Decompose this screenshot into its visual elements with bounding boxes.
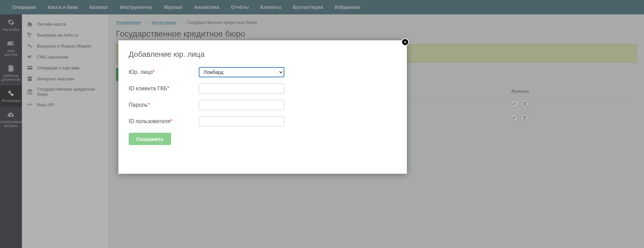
password-input[interactable] [199,100,284,110]
form-row-entity: Юр. лицо* Ломбард [129,67,397,77]
form-row-client-id: ID клиента ГКБ* [129,83,397,94]
client-id-label: ID клиента ГКБ* [129,86,199,92]
modal-close-button[interactable]: ✕ [401,38,409,46]
form-row-user-id: ID пользователя* [129,116,397,127]
user-id-label: ID пользователя* [129,118,199,125]
form-row-password: Пароль* [129,100,397,110]
modal-add-entity: ✕ Добавление юр. лица Юр. лицо* Ломбард … [118,40,407,174]
user-id-input[interactable] [199,116,284,127]
close-icon: ✕ [403,40,407,45]
entity-select[interactable]: Ломбард [199,67,284,77]
modal-title: Добавление юр. лица [129,50,397,59]
entity-label: Юр. лицо* [129,69,199,75]
client-id-input[interactable] [199,83,284,94]
password-label: Пароль* [129,102,199,108]
save-button[interactable]: Сохранить [129,133,171,145]
